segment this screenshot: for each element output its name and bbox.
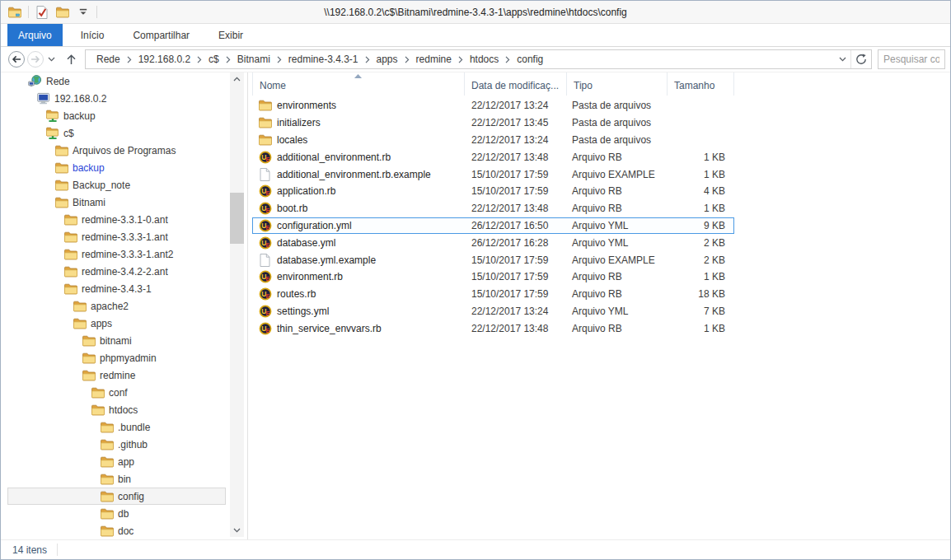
- explorer-folder-button[interactable]: [7, 5, 22, 20]
- file-type: Arquivo EXAMPLE: [567, 254, 668, 266]
- column-header-datademodifica[interactable]: Data de modificaç...: [464, 72, 566, 96]
- up-button[interactable]: [62, 50, 80, 68]
- tree-item-apps[interactable]: apps: [7, 315, 226, 332]
- file-size: 1 KB: [668, 203, 735, 214]
- breadcrumb-item-apps[interactable]: apps: [374, 54, 401, 65]
- tree-item-label: Rede: [46, 76, 70, 87]
- breadcrumb-item-config[interactable]: config: [514, 54, 546, 65]
- forward-button[interactable]: [27, 51, 44, 68]
- column-header-tamanho[interactable]: Tamanho: [667, 72, 734, 96]
- tree-item-redmine-3.3.1-0.ant[interactable]: redmine-3.3.1-0.ant: [7, 211, 226, 228]
- ribbon-tab-arquivo[interactable]: Arquivo: [7, 24, 63, 46]
- file-name-label: additional_environment.rb.example: [277, 169, 431, 180]
- folder-icon: [258, 134, 272, 146]
- breadcrumb-item-bitnami[interactable]: Bitnami: [235, 54, 273, 65]
- breadcrumb-item-rede[interactable]: Rede: [94, 54, 123, 65]
- tree-item-bitnami[interactable]: bitnami: [7, 332, 226, 349]
- refresh-button[interactable]: [850, 50, 871, 68]
- tree-item-redmine-3.3.3-1.ant[interactable]: redmine-3.3.3-1.ant: [7, 228, 226, 245]
- tree-item-app[interactable]: app: [7, 453, 226, 470]
- file-size: 18 KB: [668, 288, 735, 300]
- file-row-boot.rb[interactable]: UEboot.rb22/12/2017 13:48Arquivo RB1 KB: [252, 200, 734, 217]
- breadcrumb-item-c$[interactable]: c$: [206, 54, 222, 65]
- ribbon-tab-inicio[interactable]: Início: [70, 24, 115, 46]
- breadcrumb-item-htdocs[interactable]: htdocs: [467, 54, 501, 65]
- search-input[interactable]: [883, 54, 939, 65]
- tree-item-c$[interactable]: c$: [7, 124, 226, 142]
- file-row-application.rb[interactable]: UEapplication.rb15/10/2017 17:59Arquivo …: [252, 183, 734, 200]
- tree-item-192.168.0.2[interactable]: 192.168.0.2: [7, 90, 226, 107]
- file-row-thin_service_envvars.rb[interactable]: UEthin_service_envvars.rb22/12/2017 13:4…: [252, 320, 734, 337]
- tree-item-label: redmine-3.3.3-1.ant: [82, 231, 168, 243]
- tree-item-config[interactable]: config: [7, 488, 226, 505]
- breadcrumb-item-192.168.0.2[interactable]: 192.168.0.2: [136, 54, 193, 65]
- file-row-database.yml[interactable]: UEdatabase.yml26/12/2017 16:28Arquivo YM…: [252, 234, 734, 251]
- recent-locations-dropdown[interactable]: [48, 57, 55, 62]
- file-row-configuration.yml[interactable]: UEconfiguration.yml26/12/2017 16:50Arqui…: [252, 217, 734, 235]
- scrollbar-thumb[interactable]: [230, 193, 244, 244]
- file-row-database.yml.example[interactable]: database.yml.example15/10/2017 17:59Arqu…: [252, 251, 734, 268]
- breadcrumb-chevron[interactable]: [222, 56, 235, 63]
- breadcrumb-chevron[interactable]: [501, 56, 514, 63]
- column-header-tipo[interactable]: Tipo: [566, 72, 667, 96]
- properties-button[interactable]: [35, 5, 49, 20]
- tree-item-apache2[interactable]: apache2: [7, 297, 226, 315]
- back-button[interactable]: [8, 51, 25, 68]
- vertical-scrollbar[interactable]: [230, 72, 244, 537]
- tree-item-redmine-3.4.2-2.ant[interactable]: redmine-3.4.2-2.ant: [7, 263, 226, 280]
- tree-item-db[interactable]: db: [7, 505, 226, 522]
- scroll-up-button[interactable]: [230, 72, 244, 86]
- address-history-dropdown[interactable]: [834, 50, 850, 68]
- file-row-locales[interactable]: locales22/12/2017 13:24Pasta de arquivos: [252, 132, 734, 149]
- ribbon-tab-compartilhar[interactable]: Compartilhar: [122, 24, 200, 46]
- tree-item-conf[interactable]: conf: [7, 384, 226, 401]
- chevron-up-icon: [233, 77, 241, 82]
- tree-item-redmine-3.3.3-1.ant2[interactable]: redmine-3.3.3-1.ant2: [7, 245, 226, 263]
- new-folder-icon: [56, 7, 69, 18]
- file-row-environment.rb[interactable]: UEenvironment.rb15/10/2017 17:59Arquivo …: [252, 268, 734, 286]
- folder-icon: [82, 352, 96, 364]
- file-type: Pasta de arquivos: [567, 100, 668, 111]
- tree-item-backup[interactable]: backup: [7, 107, 226, 124]
- breadcrumb-chevron[interactable]: [123, 56, 136, 63]
- file-type: Arquivo EXAMPLE: [567, 169, 668, 180]
- file-row-settings.yml[interactable]: UEsettings.yml22/12/2017 13:24Arquivo YM…: [252, 303, 734, 320]
- tree-item-bin[interactable]: bin: [7, 470, 226, 488]
- file-modified-date: 15/10/2017 17:59: [465, 254, 567, 266]
- ribbon-tab-exibir[interactable]: Exibir: [208, 24, 254, 46]
- tree-item-rede[interactable]: Rede: [7, 72, 226, 90]
- tree-item-backupnote[interactable]: Backup_note: [7, 176, 226, 194]
- tree-item-htdocs[interactable]: htdocs: [7, 401, 226, 418]
- file-size: 2 KB: [668, 237, 735, 249]
- breadcrumb-chevron[interactable]: [361, 56, 374, 63]
- tree-item-arquivosdeprogramas[interactable]: Arquivos de Programas: [7, 142, 226, 159]
- breadcrumb-chevron[interactable]: [401, 56, 414, 63]
- file-row-additional_environment.rb[interactable]: UEadditional_environment.rb22/12/2017 13…: [252, 148, 734, 166]
- file-row-additional_environment.rb.example[interactable]: additional_environment.rb.example15/10/2…: [252, 166, 734, 183]
- tree-item-doc[interactable]: doc: [7, 522, 226, 539]
- tree-item-redmine-3.4.3-1[interactable]: redmine-3.4.3-1: [7, 280, 226, 297]
- file-row-environments[interactable]: environments22/12/2017 13:24Pasta de arq…: [252, 97, 734, 114]
- tree-item-redmine[interactable]: redmine: [7, 366, 226, 384]
- tree-item-bitnami[interactable]: Bitnami: [7, 194, 226, 211]
- new-folder-button[interactable]: [55, 5, 70, 20]
- folder-icon: [55, 180, 68, 191]
- file-modified-date: 15/10/2017 17:59: [465, 185, 567, 197]
- file-row-initializers[interactable]: initializers22/12/2017 13:45Pasta de arq…: [252, 114, 734, 132]
- file-row-routes.rb[interactable]: UEroutes.rb15/10/2017 17:59Arquivo RB18 …: [252, 286, 734, 303]
- tree-item-.bundle[interactable]: .bundle: [7, 418, 226, 436]
- breadcrumb-item-redmine-3.4.3-1[interactable]: redmine-3.4.3-1: [286, 54, 361, 65]
- tree-item-phpmyadmin[interactable]: phpmyadmin: [7, 349, 226, 366]
- customize-toolbar-arrow-button[interactable]: [76, 5, 91, 20]
- scroll-down-button[interactable]: [230, 524, 244, 537]
- tree-item-label: Bitnami: [73, 197, 105, 208]
- breadcrumb-item-redmine[interactable]: redmine: [414, 54, 454, 65]
- tree-item-.github[interactable]: .github: [7, 436, 226, 453]
- breadcrumb-chevron[interactable]: [454, 56, 467, 63]
- file-modified-date: 26/12/2017 16:50: [465, 220, 567, 231]
- tree-item-backup[interactable]: backup: [7, 159, 226, 176]
- address-bar[interactable]: Rede192.168.0.2c$Bitnamiredmine-3.4.3-1a…: [85, 49, 872, 69]
- breadcrumb-chevron[interactable]: [193, 56, 206, 63]
- breadcrumb-chevron[interactable]: [273, 56, 286, 63]
- customize-toolbar-arrow: [79, 8, 87, 16]
